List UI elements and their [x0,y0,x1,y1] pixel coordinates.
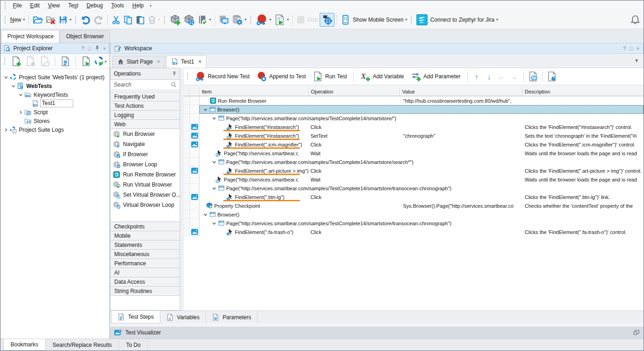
test-step-row-selected[interactable]: Browser() [184,105,644,114]
test-step-row[interactable]: FindElement("#instasearch") SetText "chr… [184,131,644,140]
tab-parameters[interactable]: Parameters [206,311,258,323]
tab-object-browser[interactable]: Object Browser [60,30,110,43]
chevron-down-icon[interactable] [212,160,217,164]
ops-category-mobile[interactable]: Mobile [111,231,180,240]
object-spy-cube-button[interactable] [182,13,196,27]
tab-start-page[interactable]: Start Page × [112,56,165,68]
test-step-row[interactable]: Run Remote Browser "http://hub.crossbrow… [184,96,644,105]
run-test-button[interactable]: Run Test [310,70,350,83]
move-left-button[interactable]: ← [496,73,507,81]
test-step-row[interactable]: Page("http://services.smartbear.c Wait W… [184,149,644,158]
ops-item-run-remote-browser[interactable]: Run Remote Browser [111,170,180,180]
ops-item-set-virtual-browser[interactable]: Set Virtual Browser O... [111,190,180,200]
maximize-button[interactable]: □ [88,46,91,51]
mobile-screen-button[interactable] [340,13,351,27]
ops-category-frequently-used[interactable]: Frequently Used [111,92,180,101]
toolbar-grip[interactable] [75,16,77,23]
ops-item-virtual-browser-loop[interactable]: Virtual Browser Loop [111,200,180,210]
tree-item-stores[interactable]: Stores [0,117,109,125]
ops-item-run-virtual-browser[interactable]: Run Virtual Browser [111,180,180,190]
chevron-down-icon[interactable] [212,186,217,191]
chevron-down-icon[interactable] [4,75,8,80]
display-object-spy-button[interactable] [320,13,334,27]
expand-visualizer-button[interactable] [633,330,639,335]
delete-button[interactable]: ▾ [146,13,162,27]
record-new-test-button[interactable]: Record New Test [193,70,252,83]
undo-button[interactable] [79,13,92,27]
close-button[interactable]: × [637,46,639,51]
test-step-row[interactable]: Page("http://services.smartbear.com/samp… [184,114,644,123]
tree-item-webtests[interactable]: WebTests [0,82,109,90]
close-button[interactable]: × [103,46,106,51]
menubar-grip[interactable] [5,2,6,9]
chevron-down-icon[interactable] [18,93,23,97]
ops-item-run-browser[interactable]: Run Browser [111,129,180,139]
tab-bookmarks[interactable]: Bookmarks [3,339,46,351]
ops-category-performance[interactable]: Performance [111,258,180,268]
column-operation[interactable]: Operation [309,87,400,96]
check-syntax-button[interactable]: ▾ [196,13,212,27]
move-up-button[interactable]: ↑ [471,73,482,81]
menu-view[interactable]: View [44,1,64,10]
ops-category-data-access[interactable]: Data Access [111,277,180,287]
help-button[interactable]: ? [623,46,626,51]
menu-debug[interactable]: Debug [82,1,107,10]
notifications-button[interactable] [629,13,642,27]
menu-tools[interactable]: Tools [107,1,128,10]
tab-search-replace-results[interactable]: Search/Replace Results [46,339,119,351]
help-button[interactable]: ? [82,46,84,51]
show-mobile-screen-button[interactable]: Show Mobile Screen ▾ [351,13,409,27]
maximize-button[interactable]: □ [630,46,633,51]
save-button[interactable]: ▾ [57,13,73,27]
ops-category-checkpoints[interactable]: Checkpoints [111,222,180,231]
tab-list-caret[interactable]: ▼ [634,58,639,63]
ops-category-statements[interactable]: Statements [111,240,180,250]
menu-test[interactable]: Test [64,1,82,10]
zephyr-button[interactable] [415,13,429,27]
test-step-row[interactable]: FindElement(".btn-lg") Click Clicks the … [184,193,644,201]
tree-item-script[interactable]: Script [0,108,109,117]
redo-button[interactable] [92,13,105,27]
run-button[interactable]: ▾ [273,13,290,27]
run-project-button[interactable]: ▾ [94,55,107,68]
open-button[interactable] [31,13,44,27]
ops-category-web[interactable]: Web [111,119,180,129]
move-right-button[interactable]: → [509,73,520,81]
ops-category-miscellaneous[interactable]: Miscellaneous [111,249,180,259]
add-item-button[interactable] [168,13,182,27]
add-new-item-button[interactable] [24,55,37,68]
toolbar-grip[interactable] [4,58,6,65]
visualizer-thumbnail[interactable] [190,193,199,201]
record-button[interactable]: ▾ [254,13,273,27]
tab-project-workspace[interactable]: Project Workspace [1,30,59,43]
new-button[interactable]: New▾ [9,13,26,27]
visualizer-thumbnail[interactable] [190,166,199,175]
column-description[interactable]: Description [522,87,644,96]
toolbar-grip[interactable] [187,73,189,80]
test-step-row[interactable]: Browser() [184,210,644,219]
test-step-row[interactable]: Page("http://services.smartbear.com/samp… [184,158,644,166]
organize-tests-button[interactable] [59,55,72,68]
screen-capture-button[interactable] [217,13,230,27]
paste-button[interactable] [134,13,146,27]
visualizer-thumbnail[interactable] [190,131,199,140]
copy-button[interactable] [122,13,134,27]
ops-category-logging[interactable]: Logging [111,110,180,120]
test-step-row[interactable]: FindElement(".fa-trash-o") Click Clicks … [184,228,644,236]
data-generator-button[interactable]: ▾ [230,13,248,27]
add-parameter-button[interactable]: Add Parameter [408,70,463,83]
tab-test-steps[interactable]: Test Steps [111,311,160,323]
chevron-right-icon[interactable] [18,110,23,115]
move-down-button[interactable]: ↓ [484,73,495,81]
close-file-button[interactable] [44,13,57,27]
menu-help[interactable]: Help [128,1,148,10]
append-to-test-button[interactable]: Append to Test [254,70,309,83]
ops-item-navigate[interactable]: Navigate [111,139,180,149]
toolbar-grip[interactable] [411,16,413,23]
chevron-down-icon[interactable] [212,116,217,121]
tree-item-project-suite-logs[interactable]: Project Suite Logs [0,125,109,134]
test-step-row[interactable]: FindElement(".icm-magnifier") Click Clic… [184,140,644,149]
chevron-down-icon[interactable] [11,84,16,88]
menu-overflow-caret[interactable]: ▾ [150,4,152,8]
ops-category-string-routines[interactable]: String Routines [111,286,180,296]
